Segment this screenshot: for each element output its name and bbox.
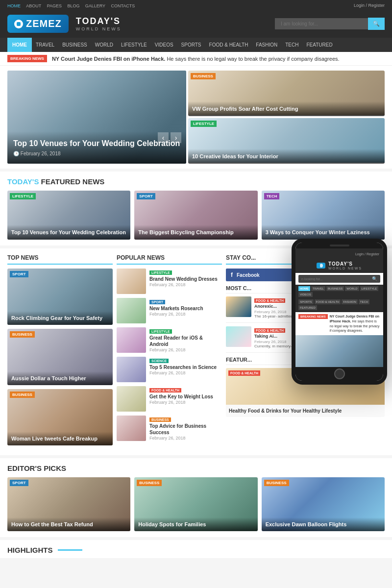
nav-lifestyle[interactable]: LIFESTYLE — [117, 38, 151, 52]
nav-world[interactable]: WORLD — [91, 38, 117, 52]
nav-travel[interactable]: TRAVEL — [32, 38, 58, 52]
popular-item-2[interactable]: SPORT New Markets Rosearch February 26, … — [117, 298, 222, 323]
highlights-section: HIGHLIGHTS — [0, 540, 392, 558]
nav-business[interactable]: BUSINESS — [58, 38, 91, 52]
featured-news-title: TODAY'S FEATURED NEWS — [7, 177, 385, 186]
nav-videos[interactable]: VIDEOS — [151, 38, 177, 52]
hero-side: BUSINESS VW Group Profits Soar After Cos… — [188, 71, 385, 164]
logo-circle — [14, 20, 23, 28]
featured-item-3[interactable]: TECH 3 Ways to Conquer Your Winter Lazin… — [262, 191, 385, 240]
top-news-item-2[interactable]: BUSINESS Aussie Dollar a Touch Higher — [7, 329, 113, 385]
top-news-item-3[interactable]: BUSINESS Woman Live tweets Cafe Breakup — [7, 389, 113, 445]
top-news-col: TOP NEWS SPORT Rock Climbing Gear for Yo… — [7, 254, 113, 449]
hero-next-btn[interactable]: › — [171, 132, 181, 143]
logo[interactable]: ZEMEZ — [7, 15, 69, 33]
site-title-main: TODAY'S — [76, 16, 122, 26]
hero-main[interactable]: Top 10 Venues for Your Wedding Celebrati… — [7, 71, 186, 164]
ep-item-3[interactable]: BUSINESS Exclusive Dawn Balloon Flights — [262, 477, 385, 531]
top-nav-home[interactable]: HOME — [7, 3, 21, 8]
ep-item-2[interactable]: BUSINESS Holiday Spots for Families — [134, 477, 257, 531]
mobile-search-input[interactable] — [301, 277, 372, 281]
top-nav-contacts[interactable]: CONTACTS — [111, 3, 135, 8]
featured-item-2[interactable]: SPORT The Biggest Bicycling Championship — [134, 191, 257, 240]
nav-featured[interactable]: FEATURED — [303, 38, 337, 52]
login-register-link[interactable]: Login / Register — [354, 3, 385, 8]
mobile-preview: Login / Register TODAY'S WORLD NEWS 🔍 HO… — [292, 239, 387, 385]
featured-item-1[interactable]: LIFESTYLE Top 10 Venues for Your Wedding… — [7, 191, 130, 240]
hero-section: Top 10 Venues for Your Wedding Celebrati… — [0, 66, 392, 169]
nav-tech[interactable]: TECH — [281, 38, 302, 52]
search-button[interactable]: 🔍 — [368, 18, 385, 30]
top-nav: HOME ABOUT PAGES BLOG GALLERY CONTACTS L… — [0, 0, 392, 11]
nav-home[interactable]: HOME — [7, 38, 32, 52]
search-bar: 🔍 — [275, 18, 385, 30]
hero-side-item-2[interactable]: LIFESTYLE 10 Creative Ideas for Your Int… — [188, 118, 385, 164]
business-badge: BUSINESS — [191, 73, 216, 79]
search-input[interactable] — [275, 18, 368, 29]
nav-sports[interactable]: SPORTS — [177, 38, 205, 52]
nav-food-health[interactable]: FOOD & HEALTH — [205, 38, 252, 52]
main-nav: HOME TRAVEL BUSINESS WORLD LIFESTYLE VID… — [0, 38, 392, 52]
breaking-news-bar: BREAKING NEWS NY Court Judge Denies FBI … — [0, 52, 392, 66]
breaking-news-text: NY Court Judge Denies FBI on iPhone Hack… — [52, 56, 340, 62]
nav-fashion[interactable]: FASHION — [252, 38, 281, 52]
top-nav-pages[interactable]: PAGES — [47, 3, 62, 8]
site-title: TODAY'S WORLD NEWS — [76, 16, 122, 31]
ep-item-1[interactable]: SPORT How to Get the Best Tax Refund — [7, 477, 130, 531]
popular-item-5[interactable]: FOOD & HEALTH Get the Key to Weight Loss… — [117, 386, 222, 412]
lifestyle-badge: LIFESTYLE — [191, 121, 217, 127]
popular-item-4[interactable]: SCIENCE Top 5 Researches in Science Febr… — [117, 357, 222, 382]
header: ZEMEZ TODAY'S WORLD NEWS 🔍 — [0, 11, 392, 38]
featured-news-section: TODAY'S FEATURED NEWS LIFESTYLE Top 10 V… — [0, 172, 392, 245]
top-nav-about[interactable]: ABOUT — [26, 3, 41, 8]
hero-prev-btn[interactable]: ‹ — [158, 132, 169, 143]
popular-news-title: POPULAR NEWS — [117, 254, 222, 265]
editors-picks-section: EDITOR'S PICKS SPORT How to Get the Best… — [0, 458, 392, 537]
top-news-title: TOP NEWS — [7, 254, 113, 265]
top-news-item-1[interactable]: SPORT Rock Climbing Gear for Your Safety — [7, 269, 113, 325]
top-nav-links: HOME ABOUT PAGES BLOG GALLERY CONTACTS — [7, 2, 135, 9]
top-nav-gallery[interactable]: GALLERY — [85, 3, 105, 8]
hero-side-item-1[interactable]: BUSINESS VW Group Profits Soar After Cos… — [188, 71, 385, 116]
breaking-badge: BREAKING NEWS — [7, 55, 47, 62]
popular-news-col: POPULAR NEWS LIFESTYLE Brand New Wedding… — [117, 254, 222, 449]
highlights-title: HIGHLIGHTS — [7, 546, 385, 554]
popular-item-1[interactable]: LIFESTYLE Brand New Wedding Dresses Febr… — [117, 269, 222, 294]
editors-picks-title: EDITOR'S PICKS — [7, 464, 385, 472]
logo-text: ZEMEZ — [26, 18, 62, 29]
top-nav-blog[interactable]: BLOG — [67, 3, 79, 8]
popular-item-3[interactable]: LIFESTYLE Great Reader for iOS & Android… — [117, 327, 222, 353]
popular-item-6[interactable]: BUSINESS Top Advice for Business Success… — [117, 416, 222, 441]
site-title-sub: WORLD NEWS — [76, 26, 122, 31]
